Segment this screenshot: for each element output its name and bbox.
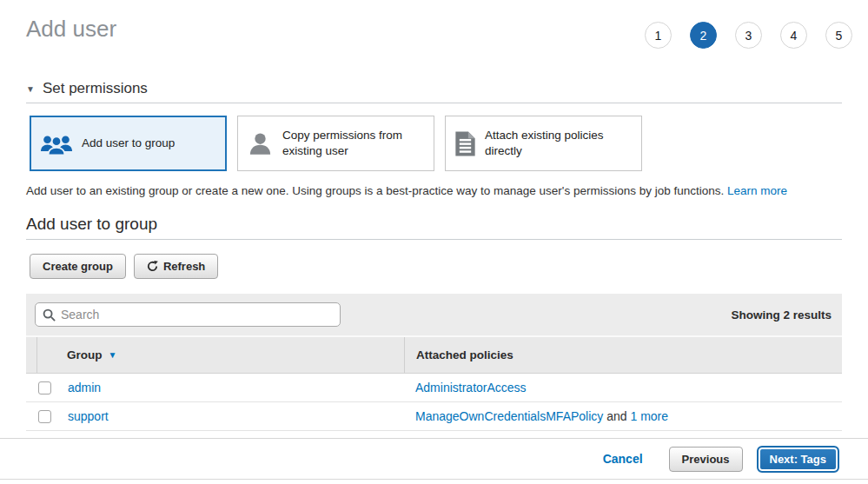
policies-joiner-text: and: [603, 409, 630, 423]
column-header-group[interactable]: Group ▼: [37, 337, 404, 373]
permission-option-cards: Add user to group Copy permissions from …: [30, 116, 842, 171]
divider: [26, 239, 842, 240]
policy-link[interactable]: AdministratorAccess: [415, 381, 527, 394]
results-count: Showing 2 results: [731, 308, 832, 322]
learn-more-link[interactable]: Learn more: [727, 184, 787, 197]
set-permissions-section-header[interactable]: ▼ Set permissions: [26, 80, 842, 97]
table-toolbar: Showing 2 results: [26, 294, 842, 337]
policies-cell: AdministratorAccess: [404, 381, 842, 394]
row-checkbox[interactable]: [38, 381, 51, 394]
more-policies-link[interactable]: 1 more: [630, 409, 668, 423]
search-box: [35, 302, 341, 327]
column-header-attached-policies: Attached policies: [404, 337, 842, 373]
checkbox-cell: [26, 409, 68, 424]
step-5[interactable]: 5: [825, 22, 852, 49]
refresh-button[interactable]: Refresh: [134, 254, 218, 279]
previous-button[interactable]: Previous: [669, 447, 743, 472]
search-icon: [43, 308, 56, 322]
refresh-icon: [147, 261, 158, 272]
set-permissions-title: Set permissions: [43, 80, 148, 97]
groups-table: Showing 2 results Group ▼ Attached polic…: [26, 294, 842, 431]
policy-link[interactable]: ManageOwnCredentialsMFAPolicy: [415, 409, 603, 423]
policies-cell: ManageOwnCredentialsMFAPolicy and 1 more: [404, 409, 842, 423]
user-icon: [247, 130, 274, 157]
group-cell: admin: [68, 381, 404, 394]
wizard-footer: Cancel Previous Next: Tags: [0, 439, 868, 480]
wizard-header: Add user 1 2 3 4 5: [0, 0, 868, 49]
table-actions: Create group Refresh: [30, 254, 842, 279]
document-icon: [454, 131, 476, 156]
card-label: Add user to group: [82, 136, 175, 151]
cancel-button[interactable]: Cancel: [603, 452, 643, 466]
card-attach-policies[interactable]: Attach existing policies directly: [445, 116, 642, 171]
table-header: Group ▼ Attached policies: [26, 337, 842, 374]
group-cell: support: [68, 409, 404, 423]
step-3[interactable]: 3: [735, 22, 762, 49]
header-spacer-cell: [26, 337, 37, 373]
step-indicator: 1 2 3 4 5: [645, 22, 852, 49]
sort-desc-icon: ▼: [109, 350, 117, 360]
group-link[interactable]: support: [68, 409, 109, 423]
refresh-label: Refresh: [163, 260, 205, 273]
card-add-user-to-group[interactable]: Add user to group: [30, 116, 227, 171]
create-group-button[interactable]: Create group: [30, 254, 126, 279]
next-tags-button[interactable]: Next: Tags: [757, 446, 840, 473]
step-1[interactable]: 1: [645, 22, 672, 49]
step-2-current[interactable]: 2: [690, 22, 717, 49]
user-group-icon: [40, 132, 73, 156]
collapse-caret-icon: ▼: [26, 84, 35, 94]
page-title: Add user: [26, 16, 116, 43]
group-link[interactable]: admin: [68, 381, 101, 394]
group-column-label: Group: [67, 348, 103, 361]
checkbox-cell: [26, 381, 68, 395]
table-row: support ManageOwnCredentialsMFAPolicy an…: [26, 402, 842, 431]
card-label: Copy permissions from existing user: [282, 128, 425, 159]
group-table-title: Add user to group: [26, 215, 842, 234]
search-input[interactable]: [35, 302, 341, 327]
card-label: Attach existing policies directly: [485, 128, 633, 159]
card-copy-permissions[interactable]: Copy permissions from existing user: [237, 116, 434, 171]
divider: [26, 103, 842, 103]
section-description: Add user to an existing group or create …: [26, 184, 842, 197]
row-checkbox[interactable]: [38, 410, 51, 423]
step-4[interactable]: 4: [780, 22, 807, 49]
table-row: admin AdministratorAccess: [26, 374, 842, 402]
description-text: Add user to an existing group or create …: [26, 184, 724, 197]
